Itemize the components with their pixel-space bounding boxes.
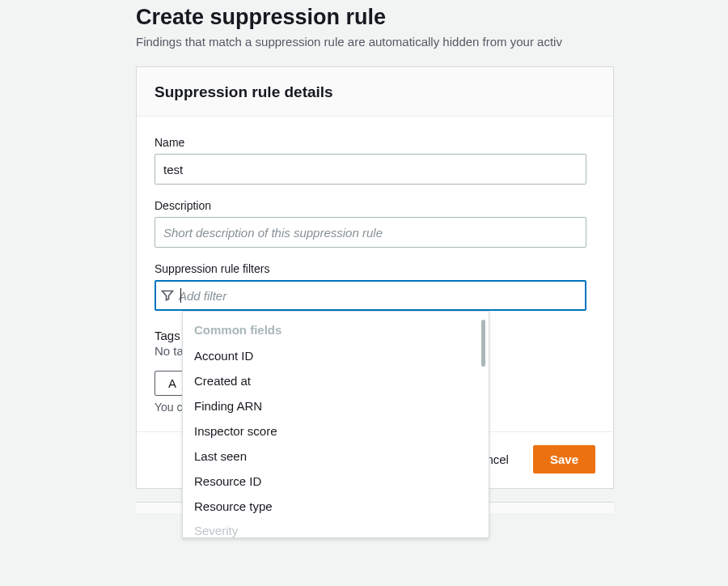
filters-label: Suppression rule filters [154, 262, 595, 275]
description-label: Description [154, 199, 595, 212]
name-input[interactable] [154, 154, 586, 185]
filter-input-box[interactable] [154, 280, 586, 311]
suppression-rule-panel: Suppression rule details Name Descriptio… [136, 66, 614, 489]
dropdown-item-created-at[interactable]: Created at [194, 368, 477, 393]
dropdown-item-resource-type[interactable]: Resource type [194, 494, 477, 519]
page-subtext: Findings that match a suppression rule a… [136, 35, 728, 49]
save-button[interactable]: Save [533, 445, 595, 473]
dropdown-item-inspector-score[interactable]: Inspector score [194, 418, 477, 444]
dropdown-item-severity[interactable]: Severity [194, 519, 477, 537]
name-label: Name [154, 136, 595, 149]
filter-input[interactable] [179, 289, 580, 303]
dropdown-scrollbar[interactable] [481, 320, 485, 367]
dropdown-item-last-seen[interactable]: Last seen [194, 444, 477, 469]
page-title: Create suppression rule [136, 5, 728, 30]
text-cursor [180, 288, 181, 303]
panel-header: Suppression rule details [137, 67, 613, 117]
filter-icon [161, 289, 174, 302]
filter-dropdown: Common fields Account ID Created at Find… [182, 311, 489, 538]
dropdown-group-common: Common fields [194, 318, 477, 343]
panel-title: Suppression rule details [154, 83, 595, 101]
dropdown-item-finding-arn[interactable]: Finding ARN [194, 393, 477, 418]
description-input[interactable] [154, 217, 586, 248]
dropdown-item-account-id[interactable]: Account ID [194, 343, 477, 368]
dropdown-item-resource-id[interactable]: Resource ID [194, 469, 477, 494]
